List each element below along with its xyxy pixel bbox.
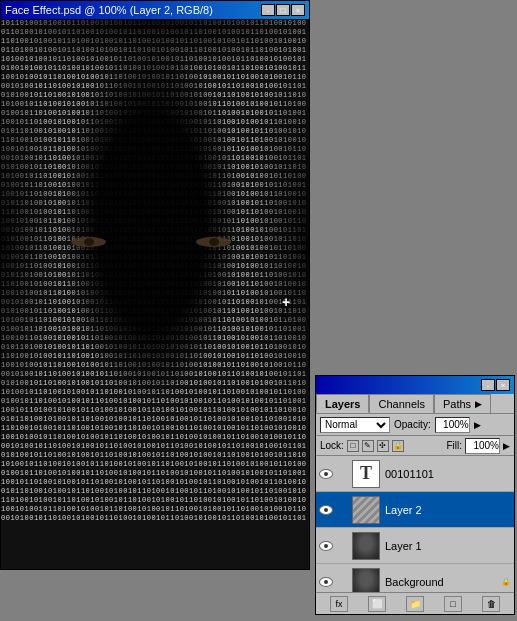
tab-channels[interactable]: Channels [369,394,433,413]
panel-tabs: Layers Channels Paths ▶ [316,394,514,414]
layer-row-layer2[interactable]: Layer 2 [316,492,514,528]
maximize-button[interactable]: □ [276,4,290,16]
eye-icon-layer1 [319,541,333,551]
opacity-label: Opacity: [394,419,431,430]
canvas-area: 1011010010100101101001010010110100101001… [1,19,309,569]
lock-row: Lock: □ ✎ ✣ 🔒 Fill: ▶ [316,436,514,456]
blend-opacity-row: Normal Opacity: ▶ [316,414,514,436]
lock-move-icon[interactable]: ✣ [377,440,389,452]
face-overlay [1,19,309,569]
eye-icon-text [319,469,333,479]
eyes-area [51,237,251,247]
fill-label: Fill: [446,440,462,451]
layer-visibility-bg[interactable] [318,574,334,590]
tab-layers[interactable]: Layers [316,394,369,413]
title-bar-buttons: - □ × [261,4,305,16]
minimize-button[interactable]: - [261,4,275,16]
layer-group-button[interactable]: 📁 [406,596,424,612]
lock-label: Lock: [320,440,344,451]
layer-name-text: 00101101 [383,468,512,480]
lock-all-icon[interactable]: 🔒 [392,440,404,452]
layer-visibility-layer1[interactable] [318,538,334,554]
left-eye [71,237,106,247]
layer1-face-mini [353,533,379,559]
new-layer-button[interactable]: □ [444,596,462,612]
delete-layer-button[interactable]: 🗑 [482,596,500,612]
fill-input[interactable] [465,438,500,454]
layer-visibility-layer2[interactable] [318,502,334,518]
layer-name-layer1: Layer 1 [383,540,512,552]
lock-position-icon[interactable]: □ [347,440,359,452]
main-canvas-window: Face Effect.psd @ 100% (Layer 2, RGB/8) … [0,0,310,570]
opacity-input[interactable] [435,417,470,433]
layers-title-buttons: - × [481,379,510,391]
tab-paths[interactable]: Paths ▶ [434,394,491,413]
layer-thumb-layer1 [352,532,380,560]
layer-thumb-layer2 [352,496,380,524]
hair-right [249,19,309,569]
layer-visibility-text[interactable] [318,466,334,482]
layer-row-text[interactable]: T 00101101 [316,456,514,492]
close-button[interactable]: × [291,4,305,16]
layers-panel-title-bar: - × [316,376,514,394]
layer-mask-button[interactable]: ⬜ [368,596,386,612]
layer-name-bg: Background [383,576,497,588]
background-lock-icon: 🔒 [500,576,512,588]
fill-arrow[interactable]: ▶ [503,441,510,451]
main-window-title: Face Effect.psd @ 100% (Layer 2, RGB/8) [5,4,213,16]
opacity-arrow[interactable]: ▶ [474,420,481,430]
main-title-bar: Face Effect.psd @ 100% (Layer 2, RGB/8) … [1,1,309,19]
layer-name-layer2: Layer 2 [383,504,512,516]
layer-row-layer1[interactable]: Layer 1 [316,528,514,564]
layer-style-button[interactable]: fx [330,596,348,612]
blend-mode-select[interactable]: Normal [320,417,390,433]
layers-panel: - × Layers Channels Paths ▶ Normal Opaci… [315,375,515,615]
layers-toolbar: fx ⬜ 📁 □ 🗑 [316,592,514,614]
right-eye [196,237,231,247]
panel-menu-arrow[interactable]: ▶ [475,399,482,409]
eye-icon-layer2 [319,505,333,515]
layer-thumb-text: T [352,460,380,488]
layers-minimize-button[interactable]: - [481,379,495,391]
eye-icon-bg [319,577,333,587]
bg-face-mini [353,569,379,595]
crosshair-cursor: + [282,294,294,306]
lock-pixels-icon[interactable]: ✎ [362,440,374,452]
face-silhouette [51,39,251,559]
binary-canvas: 1011010010100101101001010010110100101001… [1,19,309,569]
layers-close-button[interactable]: × [496,379,510,391]
